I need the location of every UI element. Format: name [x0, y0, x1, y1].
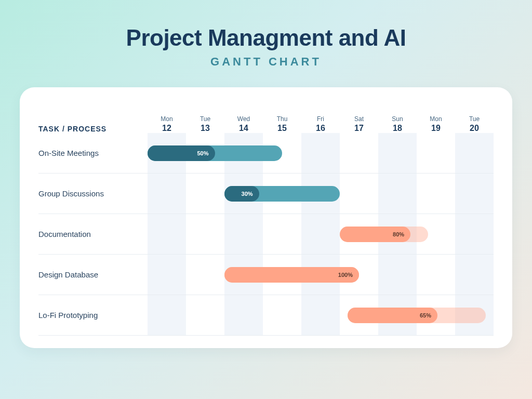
gantt-bar-progress: 65%: [348, 308, 437, 323]
day-header: Mon19: [417, 115, 455, 133]
day-number: 15: [263, 124, 301, 133]
day-number: 12: [148, 124, 186, 133]
task-label: Lo-Fi Prototyping: [38, 311, 148, 320]
gantt-bar[interactable]: 80%: [340, 227, 428, 242]
task-row: Documentation80%: [38, 214, 494, 255]
task-header: TASK / PROCESS: [38, 125, 148, 133]
page-title: Project Managment and AI: [126, 25, 406, 51]
gantt-bar[interactable]: 50%: [148, 145, 282, 161]
task-label: Design Database: [38, 270, 148, 279]
gantt-bar[interactable]: 65%: [348, 308, 486, 323]
day-of-week: Sun: [378, 115, 417, 123]
day-of-week: Thu: [263, 115, 301, 123]
task-row: Lo-Fi Prototyping65%: [38, 295, 494, 336]
day-of-week: Sat: [340, 115, 378, 123]
day-number: 18: [378, 124, 417, 133]
day-number: 16: [301, 124, 340, 133]
day-header: Mon12: [148, 115, 186, 133]
bar-area: 80%: [148, 227, 494, 242]
bar-area: 50%: [148, 145, 494, 161]
day-header: Wed14: [224, 115, 263, 133]
gantt-bar-progress: 50%: [148, 145, 215, 161]
gantt-bar-progress: 80%: [340, 227, 410, 242]
gantt-bar-progress: 30%: [224, 186, 259, 202]
task-label: On-Site Meetings: [38, 149, 148, 157]
day-number: 14: [224, 124, 263, 133]
day-of-week: Fri: [301, 115, 340, 123]
day-number: 19: [417, 124, 455, 133]
day-number: 13: [186, 124, 224, 133]
task-row: Design Database100%: [38, 255, 494, 295]
gantt-grid: TASK / PROCESS Mon12Tue13Wed14Thu15Fri16…: [38, 102, 494, 336]
gantt-bar[interactable]: 30%: [224, 186, 340, 202]
day-header: Thu15: [263, 115, 301, 133]
day-header: Sat17: [340, 115, 378, 133]
day-of-week: Wed: [224, 115, 263, 123]
page-subtitle: GANTT CHART: [210, 55, 322, 69]
bar-area: 100%: [148, 267, 494, 283]
day-header: Fri16: [301, 115, 340, 133]
day-of-week: Tue: [186, 115, 224, 123]
day-number: 17: [340, 124, 378, 133]
bar-area: 65%: [148, 308, 494, 323]
task-row: On-Site Meetings50%: [38, 133, 494, 174]
day-of-week: Mon: [148, 115, 186, 123]
bar-area: 30%: [148, 186, 494, 202]
gantt-header-row: TASK / PROCESS Mon12Tue13Wed14Thu15Fri16…: [38, 102, 494, 133]
gantt-bar[interactable]: 100%: [224, 267, 359, 283]
day-number: 20: [455, 124, 494, 133]
day-of-week: Tue: [455, 115, 494, 123]
day-headers: Mon12Tue13Wed14Thu15Fri16Sat17Sun18Mon19…: [148, 115, 494, 133]
gantt-card: TASK / PROCESS Mon12Tue13Wed14Thu15Fri16…: [20, 87, 512, 348]
task-label: Group Discussions: [38, 189, 148, 198]
day-header: Tue20: [455, 115, 494, 133]
task-row: Group Discussions30%: [38, 174, 494, 214]
gantt-bar-progress: 100%: [224, 267, 359, 283]
day-header: Tue13: [186, 115, 224, 133]
task-label: Documentation: [38, 230, 148, 238]
day-of-week: Mon: [417, 115, 455, 123]
gantt-rows: On-Site Meetings50%Group Discussions30%D…: [38, 133, 494, 336]
day-header: Sun18: [378, 115, 417, 133]
